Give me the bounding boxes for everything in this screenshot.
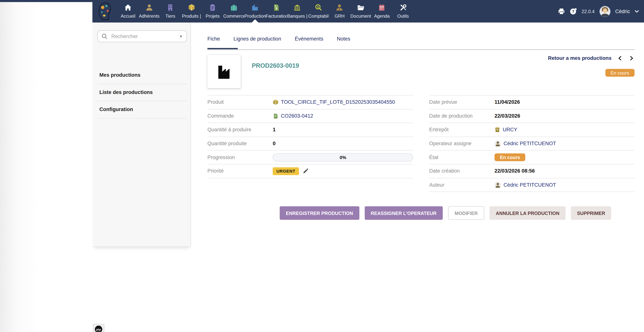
svg-text:?: ?: [572, 9, 574, 14]
next-record-icon[interactable]: [629, 56, 634, 61]
project-icon: [202, 4, 223, 12]
nav-item-accounting[interactable]: $ Comptabil: [308, 0, 329, 22]
building-icon: [160, 4, 181, 12]
back-to-productions-link[interactable]: Retour a mes productions: [548, 55, 612, 61]
field-row-progression: Progression 0%: [208, 151, 413, 164]
tabs-separator: [208, 49, 634, 50]
product-cube-icon: [273, 99, 278, 105]
company-logo[interactable]: [97, 2, 111, 21]
nav-item-thirdparties[interactable]: Tiers: [160, 0, 181, 22]
main-content: Fiche Lignes de production Événements No…: [191, 22, 644, 332]
sidebar-item-my-productions[interactable]: Mes productions: [97, 67, 187, 84]
nav-item-tools[interactable]: Outils: [392, 0, 414, 22]
search-input[interactable]: [110, 33, 176, 40]
calendar-icon: [371, 4, 392, 12]
svg-text:$: $: [317, 5, 318, 9]
previous-record-icon[interactable]: [618, 56, 622, 61]
php-extension-badge: php: [93, 324, 104, 332]
nav-item-projects[interactable]: Projets: [202, 0, 223, 22]
progress-value: 0%: [340, 155, 346, 160]
left-sidebar: ▼ Mes productions Liste des productions …: [92, 22, 191, 247]
tab-evenements[interactable]: Événements: [295, 36, 323, 42]
factory-photo-icon: [216, 63, 233, 80]
product-link[interactable]: TOOL_CIRCLE_TIF_LOT8_D1520253035404550: [281, 99, 395, 105]
application-root: Accueil Adhérents Tiers Produits | Proje…: [0, 0, 644, 332]
details-table-left: Produit TOOL_CIRCLE_TIF_LOT8_D1520253035…: [208, 95, 413, 178]
user-avatar[interactable]: [599, 6, 610, 17]
foreground-window-panel: [0, 2, 92, 332]
product-cube-icon: [181, 4, 202, 12]
field-row-qty-produced: Quantité produite 0: [208, 137, 413, 151]
field-row-commande: Commande CO2603-0412: [208, 109, 413, 123]
state-badge: En cours: [494, 154, 525, 161]
factory-icon: [244, 4, 266, 12]
record-tabs: Fiche Lignes de production Événements No…: [208, 36, 350, 42]
tab-lignes-de-production[interactable]: Lignes de production: [234, 36, 281, 42]
nav-item-billing[interactable]: $ Facturation: [266, 0, 287, 22]
briefcase-icon: [223, 4, 244, 12]
record-reference: PROD2603-0019: [252, 62, 299, 69]
nav-item-home[interactable]: Accueil: [118, 0, 139, 22]
operator-link[interactable]: Cédric PETITCUENOT: [504, 141, 556, 147]
planned-date-value: 11/04/2026: [494, 99, 520, 105]
search-dropdown-caret[interactable]: ▼: [179, 34, 183, 38]
invoice-icon: $: [266, 4, 287, 12]
user-menu[interactable]: Cédric: [615, 8, 630, 14]
topbar-right-tools: ? 22.0.4 Cédric: [558, 0, 639, 22]
active-module-arrow: [252, 19, 258, 22]
reassign-operator-button[interactable]: REASSIGNER L'OPERATEUR: [364, 206, 442, 220]
nav-item-documents[interactable]: Document: [350, 0, 372, 22]
nav-item-commerce[interactable]: Commerce: [223, 0, 244, 22]
qty-produced-value: 0: [273, 141, 276, 147]
modify-button[interactable]: MODIFIER: [448, 206, 484, 220]
operator-avatar-icon: [494, 140, 501, 147]
author-link[interactable]: Cédric PETITCUENOT: [504, 182, 556, 188]
accounting-search-icon: $: [308, 4, 329, 12]
priority-badge: URGENT: [273, 167, 299, 175]
creation-date-value: 22/03/2026 08:56: [494, 168, 535, 174]
home-icon: [118, 4, 139, 12]
order-link[interactable]: CO2603-0412: [281, 113, 313, 119]
field-row-priorite: Priorité URGENT: [208, 165, 413, 178]
nav-item-members[interactable]: Adhérents: [139, 0, 160, 22]
nav-item-banks[interactable]: Banques |: [287, 0, 308, 22]
top-navbar: Accueil Adhérents Tiers Produits | Proje…: [0, 0, 644, 22]
cancel-production-button[interactable]: ANNULER LA PRODUCTION: [490, 206, 566, 220]
help-icon[interactable]: ?: [570, 7, 577, 15]
svg-text:$: $: [276, 6, 277, 10]
chevron-down-icon[interactable]: [634, 10, 639, 12]
qty-to-produce-value: 1: [273, 127, 276, 133]
object-photo-card: [208, 55, 241, 88]
sidebar-search[interactable]: ▼: [97, 30, 187, 42]
print-icon[interactable]: [558, 7, 565, 15]
field-row-entrepot: Entrepôt URCY: [429, 123, 634, 137]
sidebar-item-configuration[interactable]: Configuration: [97, 101, 187, 119]
tab-notes[interactable]: Notes: [337, 36, 350, 42]
member-icon: [139, 4, 160, 12]
logo-head-illustration: [97, 2, 111, 21]
order-document-icon: [273, 113, 278, 119]
warehouse-link[interactable]: URCY: [503, 127, 517, 133]
field-row-date-production: Date de production 22/03/2026: [429, 109, 634, 123]
register-production-button[interactable]: ENREGISTRER PRODUCTION: [280, 206, 359, 220]
nav-item-hr[interactable]: GRH: [329, 0, 350, 22]
module-menu: Accueil Adhérents Tiers Produits | Proje…: [118, 0, 414, 22]
nav-item-agenda[interactable]: Agenda: [371, 0, 392, 22]
search-icon: [102, 33, 108, 39]
field-row-operateur: Operateur assigne Cédric PETITCUENOT: [429, 137, 634, 151]
field-row-produit: Produit TOOL_CIRCLE_TIF_LOT8_D1520253035…: [208, 95, 413, 109]
details-table-right: Date prévue 11/04/2026 Date de productio…: [429, 95, 634, 192]
app-version: 22.0.4: [582, 9, 594, 14]
nav-item-products[interactable]: Produits |: [181, 0, 202, 22]
field-row-qty-to-produce: Quantité à produire 1: [208, 123, 413, 137]
field-row-date-prevue: Date prévue 11/04/2026: [429, 95, 634, 109]
delete-button[interactable]: SUPPRIMER: [571, 206, 611, 220]
status-badge: En cours: [605, 69, 634, 77]
edit-priority-icon[interactable]: [303, 168, 309, 174]
sidebar-item-production-list[interactable]: Liste des productions: [97, 84, 187, 101]
field-row-auteur: Auteur Cédric PETITCUENOT: [429, 178, 634, 192]
bank-icon: [287, 4, 308, 12]
field-row-etat: État En cours: [429, 151, 634, 164]
tab-fiche[interactable]: Fiche: [208, 36, 220, 42]
warehouse-box-icon: [494, 127, 500, 133]
